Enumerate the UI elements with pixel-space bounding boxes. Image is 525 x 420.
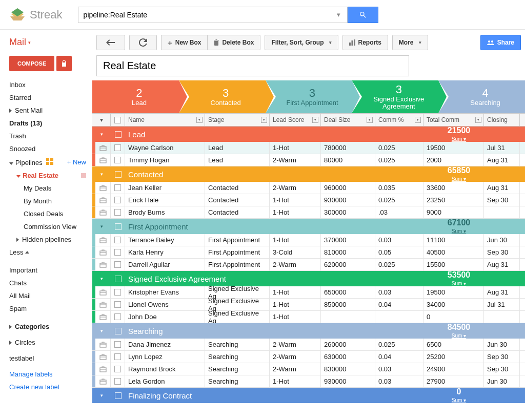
- cell-total-comm[interactable]: 24900: [423, 363, 484, 375]
- sidebar-item-circles[interactable]: Circles: [9, 336, 92, 349]
- box-icon[interactable]: [95, 363, 111, 375]
- row-checkbox[interactable]: [114, 378, 121, 385]
- stage-first-appointment[interactable]: 3First Appointment: [266, 80, 352, 113]
- cell-deal-size[interactable]: 930000: [321, 375, 375, 387]
- group-checkbox[interactable]: [115, 392, 122, 399]
- cell-total-comm[interactable]: 19500: [423, 286, 484, 298]
- cell-name[interactable]: Kristopher Evans: [125, 286, 205, 298]
- sidebar-item-less[interactable]: Less: [9, 246, 92, 259]
- sidebar-item-closed-deals[interactable]: Closed Deals: [9, 207, 92, 220]
- cell-name[interactable]: Jean Keller: [125, 182, 205, 194]
- pipeline-title-input[interactable]: [96, 55, 409, 76]
- cell-stage[interactable]: Lead: [205, 142, 270, 154]
- cell-comm-pct[interactable]: 0.03: [375, 363, 423, 375]
- search-input[interactable]: [78, 7, 337, 23]
- cell-total-comm[interactable]: 19500: [423, 142, 484, 154]
- row-checkbox[interactable]: [114, 184, 121, 191]
- header-deal-size[interactable]: Deal Size▾: [321, 114, 375, 126]
- table-row[interactable]: John DoeSigned Exclusive Ag1-Hot0: [92, 311, 525, 323]
- header-checkbox[interactable]: [111, 114, 125, 126]
- table-row[interactable]: Raymond BrockSearching2-Warm8300000.0324…: [92, 363, 525, 375]
- cell-lead-score[interactable]: 1-Hot: [270, 206, 321, 218]
- cell-closing[interactable]: Sep 30: [484, 363, 520, 375]
- filter-sort-group-button[interactable]: Filter, Sort, Group▾: [265, 35, 338, 50]
- cell-name[interactable]: Lionel Owens: [125, 299, 205, 310]
- cell-closing[interactable]: Jun 30: [484, 375, 520, 387]
- cell-comm-pct[interactable]: 0.025: [375, 339, 423, 350]
- box-icon[interactable]: [95, 182, 111, 194]
- box-icon[interactable]: [95, 311, 111, 323]
- cell-comm-pct[interactable]: 0.04: [375, 351, 423, 363]
- cell-deal-size[interactable]: 620000: [321, 259, 375, 270]
- cell-total-comm[interactable]: 9000: [423, 206, 484, 218]
- sidebar-item-my-deals[interactable]: My Deals: [9, 182, 92, 195]
- sidebar-item-drafts[interactable]: Drafts (13): [9, 117, 92, 130]
- cell-lead-score[interactable]: 2-Warm: [270, 351, 321, 363]
- sidebar-item-spam[interactable]: Spam: [9, 302, 92, 315]
- box-icon[interactable]: [95, 142, 111, 154]
- sidebar-item-inbox[interactable]: Inbox: [9, 78, 92, 91]
- cell-deal-size[interactable]: 930000: [321, 194, 375, 206]
- table-row[interactable]: Terrance BaileyFirst Appointment1-Hot370…: [92, 234, 525, 246]
- row-checkbox[interactable]: [114, 209, 121, 216]
- header-stage[interactable]: Stage▾: [205, 114, 270, 126]
- sidebar-item-testlabel[interactable]: testlabel: [9, 352, 92, 365]
- group-checkbox[interactable]: [115, 276, 122, 282]
- box-icon[interactable]: [95, 286, 111, 298]
- header-collapse[interactable]: ▾: [92, 114, 111, 126]
- sidebar-item-by-month[interactable]: By Month: [9, 195, 92, 207]
- more-button[interactable]: More▾: [392, 35, 428, 50]
- cell-stage[interactable]: Searching: [205, 375, 270, 387]
- table-row[interactable]: Lionel OwensSigned Exclusive Ag1-Hot8500…: [92, 299, 525, 311]
- cell-closing[interactable]: Aug 31: [484, 182, 520, 194]
- cell-lead-score[interactable]: 1-Hot: [270, 142, 321, 154]
- row-checkbox[interactable]: [114, 261, 121, 268]
- table-row[interactable]: Jean KellerContacted2-Warm9600000.035336…: [92, 182, 525, 194]
- cell-deal-size[interactable]: 630000: [321, 351, 375, 363]
- cell-deal-size[interactable]: [321, 311, 375, 323]
- cell-stage[interactable]: Searching: [205, 339, 270, 350]
- sidebar-item-trash[interactable]: Trash: [9, 130, 92, 142]
- box-icon[interactable]: [95, 194, 111, 206]
- group-checkbox[interactable]: [115, 171, 122, 178]
- cell-stage[interactable]: Contacted: [205, 194, 270, 206]
- cell-name[interactable]: Terrance Bailey: [125, 234, 205, 246]
- cell-lead-score[interactable]: 1-Hot: [270, 286, 321, 298]
- cell-lead-score[interactable]: 1-Hot: [270, 194, 321, 206]
- cell-deal-size[interactable]: 810000: [321, 246, 375, 258]
- cell-name[interactable]: Karla Henry: [125, 246, 205, 258]
- cell-closing[interactable]: Aug 31: [484, 286, 520, 298]
- cell-lead-score[interactable]: 2-Warm: [270, 154, 321, 166]
- cell-deal-size[interactable]: 370000: [321, 234, 375, 246]
- group-header[interactable]: ▾Contacted65850Sum ▾: [92, 166, 525, 182]
- cell-total-comm[interactable]: 25200: [423, 351, 484, 363]
- cell-lead-score[interactable]: 3-Cold: [270, 246, 321, 258]
- cell-total-comm[interactable]: 15500: [423, 259, 484, 270]
- row-checkbox[interactable]: [114, 237, 121, 243]
- back-button[interactable]: [96, 35, 125, 50]
- cell-comm-pct[interactable]: 0.05: [375, 246, 423, 258]
- create-label-link[interactable]: Create new label: [9, 381, 92, 393]
- box-icon[interactable]: [95, 351, 111, 363]
- cell-deal-size[interactable]: 260000: [321, 339, 375, 350]
- box-icon[interactable]: [95, 299, 111, 310]
- sidebar-item-snoozed[interactable]: Snoozed: [9, 142, 92, 155]
- sidebar-item-commission-view[interactable]: Commission View: [9, 220, 92, 233]
- cell-total-comm[interactable]: 40500: [423, 246, 484, 258]
- box-icon[interactable]: [95, 339, 111, 350]
- group-header[interactable]: ▾First Appointment67100Sum ▾: [92, 219, 525, 234]
- cell-name[interactable]: Raymond Brock: [125, 363, 205, 375]
- cell-closing[interactable]: Aug 31: [484, 259, 520, 270]
- cell-deal-size[interactable]: 850000: [321, 299, 375, 310]
- search-button[interactable]: [348, 7, 378, 23]
- sidebar-item-sent[interactable]: Sent Mail: [9, 104, 92, 117]
- table-row[interactable]: Lynn LopezSearching2-Warm6300000.0425200…: [92, 351, 525, 363]
- mail-dropdown[interactable]: Mail▾: [9, 37, 92, 48]
- cell-closing[interactable]: Sep 30: [484, 351, 520, 363]
- cell-closing[interactable]: [484, 206, 520, 218]
- stage-searching[interactable]: 4Searching: [438, 80, 525, 113]
- cell-name[interactable]: Lynn Lopez: [125, 351, 205, 363]
- cell-comm-pct[interactable]: 0.03: [375, 375, 423, 387]
- cell-stage[interactable]: Signed Exclusive Ag: [205, 311, 270, 323]
- cell-stage[interactable]: Lead: [205, 154, 270, 166]
